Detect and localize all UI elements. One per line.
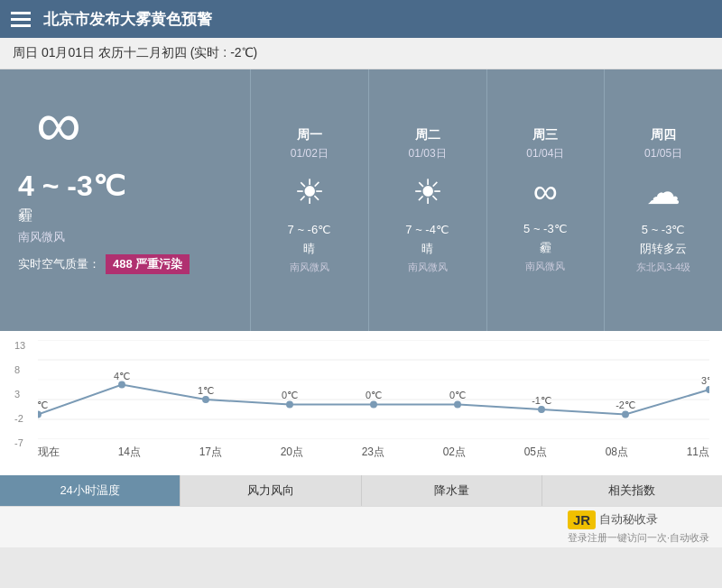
tab-precipitation[interactable]: 降水量 — [362, 475, 542, 506]
svg-text:0℃: 0℃ — [282, 390, 298, 400]
svg-point-8 — [202, 396, 209, 403]
day-temp-3: 5 ~ -3℃ — [642, 223, 686, 236]
date-text: 周日 01月01日 农历十二月初四 (实时 : -2℃) — [13, 45, 257, 60]
svg-text:0℃: 0℃ — [449, 390, 466, 400]
chart-label-6: 05点 — [524, 445, 547, 460]
bottom-tabs: 24小时温度 风力风向 降水量 相关指数 — [0, 475, 722, 506]
chart-label-8: 11点 — [687, 445, 709, 460]
forecast-day-1: 周二 01/03日 ☀ 7 ~ -4℃ 晴 南风微风 — [369, 69, 487, 331]
chart-label-4: 23点 — [362, 445, 384, 460]
chart-label-5: 02点 — [443, 445, 466, 460]
svg-text:-2℃: -2℃ — [616, 400, 635, 410]
footer-logo: JR 自动秘收录 登录注册一键访问一次·自动收录 — [568, 510, 709, 545]
day-date-1: 01/03日 — [409, 146, 447, 161]
forecast-days: 周一 01/02日 ☀ 7 ~ -6℃ 晴 南风微风 周二 01/03日 ☀ 7… — [251, 69, 722, 331]
air-quality-row: 实时空气质量： 488 严重污染 — [18, 254, 195, 274]
today-wind: 南风微风 — [18, 229, 65, 245]
svg-text:-1℃: -1℃ — [532, 395, 551, 406]
chart-label-1: 14点 — [118, 445, 141, 460]
chart-inner: -2℃ 4℃ 1℃ 0℃ 0℃ 0℃ -1℃ -2℃ 3℃ 现在 14点 17点… — [38, 340, 709, 448]
day-wind-0: 南风微风 — [290, 261, 329, 274]
day-name-0: 周一 — [297, 127, 322, 143]
day-wind-1: 南风微风 — [408, 261, 448, 274]
chart-label-0: 现在 — [38, 445, 60, 460]
svg-text:-2℃: -2℃ — [38, 400, 48, 410]
svg-point-9 — [286, 401, 293, 409]
day-icon-2: ∞ — [533, 172, 558, 211]
today-temp: 4 ~ -3℃ — [18, 169, 125, 203]
menu-icon[interactable] — [11, 12, 31, 27]
svg-point-12 — [538, 406, 545, 413]
svg-text:0℃: 0℃ — [366, 390, 382, 400]
day-date-0: 01/02日 — [291, 146, 329, 161]
temp-chart-svg: -2℃ 4℃ 1℃ 0℃ 0℃ 0℃ -1℃ -2℃ 3℃ — [38, 340, 709, 439]
tab-index[interactable]: 相关指数 — [542, 475, 722, 506]
day-name-1: 周二 — [415, 127, 440, 143]
day-date-3: 01/05日 — [644, 146, 682, 161]
chart-x-labels: 现在 14点 17点 20点 23点 02点 05点 08点 11点 — [38, 443, 709, 464]
air-label: 实时空气质量： — [18, 256, 100, 272]
chart-label-2: 17点 — [199, 445, 222, 460]
jr-badge: JR — [568, 510, 596, 529]
day-desc-2: 霾 — [540, 240, 551, 256]
footer-brand: 自动秘收录 — [599, 511, 658, 528]
chart-label-7: 08点 — [606, 445, 628, 460]
day-name-3: 周四 — [651, 127, 676, 143]
footer-right: JR 自动秘收录 登录注册一键访问一次·自动收录 — [568, 510, 709, 545]
svg-point-11 — [454, 401, 461, 409]
day-desc-1: 晴 — [421, 241, 433, 257]
chart-label-3: 20点 — [281, 445, 303, 460]
svg-text:4℃: 4℃ — [114, 371, 130, 381]
svg-point-10 — [370, 401, 377, 409]
tab-24h-temp[interactable]: 24小时温度 — [0, 475, 180, 506]
day-wind-3: 东北风3-4级 — [636, 261, 690, 274]
svg-point-6 — [38, 411, 42, 418]
footer: JR 自动秘收录 登录注册一键访问一次·自动收录 — [0, 506, 722, 547]
forecast-day-3: 周四 01/05日 ☁ 5 ~ -3℃ 阴转多云 东北风3-4级 — [605, 69, 722, 331]
day-date-2: 01/04日 — [526, 146, 564, 161]
forecast-day-0: 周一 01/02日 ☀ 7 ~ -6℃ 晴 南风微风 — [251, 69, 369, 331]
day-wind-2: 南风微风 — [525, 260, 565, 273]
svg-point-13 — [622, 411, 629, 418]
y-axis-labels: 13 8 3 -2 -7 — [13, 340, 34, 448]
today-weather-icon: ∞ — [36, 93, 81, 156]
date-bar: 周日 01月01日 农历十二月初四 (实时 : -2℃) — [0, 38, 722, 69]
today-panel: ∞ 4 ~ -3℃ 霾 南风微风 实时空气质量： 488 严重污染 — [0, 69, 251, 331]
day-desc-0: 晴 — [303, 241, 315, 257]
svg-text:3℃: 3℃ — [701, 375, 709, 386]
chart-container: 13 8 3 -2 -7 — [13, 340, 709, 448]
today-desc: 霾 — [18, 207, 32, 225]
day-icon-0: ☀ — [294, 172, 325, 212]
svg-point-14 — [706, 386, 709, 393]
day-temp-2: 5 ~ -3℃ — [523, 222, 568, 235]
day-desc-3: 阴转多云 — [640, 241, 687, 257]
tab-wind[interactable]: 风力风向 — [180, 475, 361, 506]
day-icon-1: ☀ — [412, 172, 443, 212]
header: 北京市发布大雾黄色预警 — [0, 0, 722, 38]
day-temp-1: 7 ~ -4℃ — [405, 223, 449, 236]
aqi-badge: 488 严重污染 — [106, 254, 190, 274]
chart-section: 13 8 3 -2 -7 — [0, 331, 722, 475]
forecast-day-2: 周三 01/04日 ∞ 5 ~ -3℃ 霾 南风微风 — [487, 69, 606, 331]
footer-slogan: 登录注册一键访问一次·自动收录 — [568, 531, 709, 545]
header-title: 北京市发布大雾黄色预警 — [43, 9, 212, 30]
weather-main: ∞ 4 ~ -3℃ 霾 南风微风 实时空气质量： 488 严重污染 周一 01/… — [0, 69, 722, 331]
day-name-2: 周三 — [532, 127, 558, 143]
day-temp-0: 7 ~ -6℃ — [288, 223, 332, 236]
svg-text:1℃: 1℃ — [198, 385, 214, 396]
svg-point-7 — [118, 381, 125, 389]
day-icon-3: ☁ — [646, 172, 680, 212]
